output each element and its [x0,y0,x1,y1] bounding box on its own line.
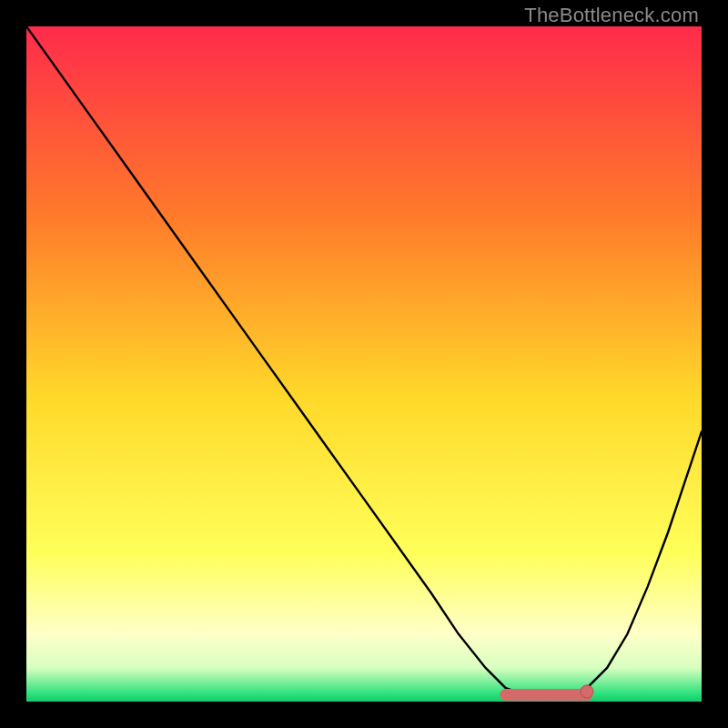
watermark-text: TheBottleneck.com [524,4,699,27]
bottleneck-curve [26,26,702,695]
chart-frame: TheBottleneck.com [0,0,728,728]
curve-layer [26,26,702,702]
end-marker-dot [581,685,593,698]
plot-area [26,26,702,702]
